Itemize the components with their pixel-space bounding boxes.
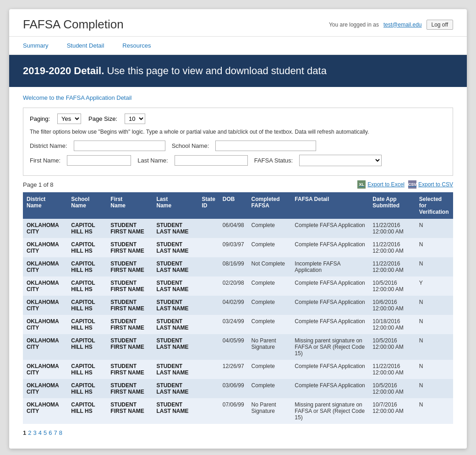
cell-last-name: STUDENT LAST NAME [153,379,198,398]
col-first-name: FirstName [107,192,153,219]
pagination-page-7[interactable]: 7 [54,429,57,436]
col-school-name: SchoolName [67,192,107,219]
export-csv-label: Export to CSV [418,181,453,188]
page-size-label: Page Size: [88,115,117,122]
cell-verification: N [416,315,453,334]
pagination-page-4[interactable]: 4 [38,429,42,436]
filter-row-1: District Name: School Name: [30,141,446,151]
cell-state-id [198,398,219,424]
cell-last-name: STUDENT LAST NAME [153,296,198,315]
cell-first-name: STUDENT FIRST NAME [107,315,153,334]
district-name-input[interactable] [74,141,165,151]
logoff-button[interactable]: Log off [427,20,453,30]
user-email-link[interactable]: test@email.edu [383,22,422,28]
cell-dob: 04/05/99 [219,334,248,360]
content: Welcome to the FAFSA Application Detail … [9,87,467,446]
cell-last-name: STUDENT LAST NAME [153,360,198,379]
cell-school: CAPITOL HILL HS [67,360,107,379]
cell-school: CAPITOL HILL HS [67,276,107,296]
district-name-label: District Name: [30,142,67,149]
cell-date-submitted: 10/5/2016 12:00:00 AM [369,334,415,360]
fafsa-status-select[interactable]: Complete Not Complete No Parent Signatur… [299,155,382,166]
pagination-page-8[interactable]: 8 [59,429,62,436]
export-csv-button[interactable]: CSV Export to CSV [408,180,453,189]
app-title: FAFSA Completion [23,17,124,32]
cell-date-submitted: 10/7/2016 12:00:00 AM [369,398,415,424]
cell-dob: 02/20/98 [219,276,248,296]
pagination-page-5[interactable]: 5 [44,429,47,436]
cell-detail: Incomplete FAFSA Application [291,257,369,276]
pagination-page-6[interactable]: 6 [49,429,52,436]
cell-district: OKLAHOMA CITY [23,219,67,238]
cell-first-name: STUDENT FIRST NAME [107,257,153,276]
logged-in-text: You are logged in as [329,22,379,28]
cell-date-submitted: 10/5/2016 12:00:00 AM [369,379,415,398]
cell-state-id [198,238,219,257]
cell-verification: N [416,379,453,398]
cell-completed: Not Complete [248,257,291,276]
table-row: OKLAHOMA CITY CAPITOL HILL HS STUDENT FI… [23,219,453,238]
cell-state-id [198,379,219,398]
fafsa-status-label: FAFSA Status: [254,157,293,164]
cell-district: OKLAHOMA CITY [23,238,67,257]
cell-dob: 04/02/99 [219,296,248,315]
nav-resources[interactable]: Resources [122,41,151,50]
cell-first-name: STUDENT FIRST NAME [107,398,153,424]
table-row: OKLAHOMA CITY CAPITOL HILL HS STUDENT FI… [23,296,453,315]
cell-last-name: STUDENT LAST NAME [153,276,198,296]
cell-school: CAPITOL HILL HS [67,296,107,315]
cell-state-id [198,257,219,276]
cell-detail: Complete FAFSA Application [291,315,369,334]
cell-district: OKLAHOMA CITY [23,398,67,424]
table-row: OKLAHOMA CITY CAPITOL HILL HS STUDENT FI… [23,276,453,296]
page-info: Page 1 of 8 [23,181,54,188]
cell-date-submitted: 11/22/2016 12:00:00 AM [369,238,415,257]
cell-detail: Complete FAFSA Application [291,238,369,257]
cell-dob: 07/06/99 [219,398,248,424]
cell-school: CAPITOL HILL HS [67,257,107,276]
header: FAFSA Completion You are logged in as te… [9,9,467,37]
cell-dob: 03/24/99 [219,315,248,334]
cell-last-name: STUDENT LAST NAME [153,398,198,424]
cell-detail: Complete FAFSA Application [291,296,369,315]
cell-detail: Complete FAFSA Application [291,219,369,238]
banner: 2019-2020 Detail. Use this page to view … [9,55,467,87]
filter-row-2: First Name: Last Name: FAFSA Status: Com… [30,155,446,166]
cell-district: OKLAHOMA CITY [23,360,67,379]
col-verification: Selected forVerification [416,192,453,219]
nav-summary[interactable]: Summary [23,41,49,50]
paging-row: Paging: Yes No Page Size: 10 25 50 [30,114,446,124]
controls-box: Paging: Yes No Page Size: 10 25 50 The f… [23,108,453,176]
cell-dob: 09/03/97 [219,238,248,257]
cell-completed: Complete [248,379,291,398]
export-buttons: XL Export to Excel CSV Export to CSV [357,180,453,189]
pagination-current: 1 [23,429,26,436]
last-name-input[interactable] [175,155,248,166]
cell-detail: Missing parent signature on FAFSA or SAR… [291,398,369,424]
pagination-page-3[interactable]: 3 [33,429,36,436]
banner-description: Use this page to view and download stude… [104,65,327,76]
cell-detail: Complete FAFSA Application [291,379,369,398]
paging-select[interactable]: Yes No [57,114,81,124]
cell-state-id [198,315,219,334]
school-name-input[interactable] [215,141,316,151]
first-name-input[interactable] [67,155,131,166]
table-row: OKLAHOMA CITY CAPITOL HILL HS STUDENT FI… [23,398,453,424]
cell-school: CAPITOL HILL HS [67,238,107,257]
cell-state-id [198,296,219,315]
nav-student-detail[interactable]: Student Detail [67,41,104,50]
cell-district: OKLAHOMA CITY [23,315,67,334]
cell-first-name: STUDENT FIRST NAME [107,219,153,238]
cell-district: OKLAHOMA CITY [23,257,67,276]
export-excel-button[interactable]: XL Export to Excel [357,180,405,189]
page-size-select[interactable]: 10 25 50 [125,114,145,124]
cell-verification: N [416,360,453,379]
col-completed-fafsa: CompletedFAFSA [248,192,291,219]
table-row: OKLAHOMA CITY CAPITOL HILL HS STUDENT FI… [23,315,453,334]
col-dob: DOB [219,192,248,219]
excel-icon: XL [357,180,366,189]
cell-last-name: STUDENT LAST NAME [153,334,198,360]
pagination-page-2[interactable]: 2 [28,429,31,436]
filter-hint: The filter options below use "Begins wit… [30,128,446,136]
cell-last-name: STUDENT LAST NAME [153,219,198,238]
